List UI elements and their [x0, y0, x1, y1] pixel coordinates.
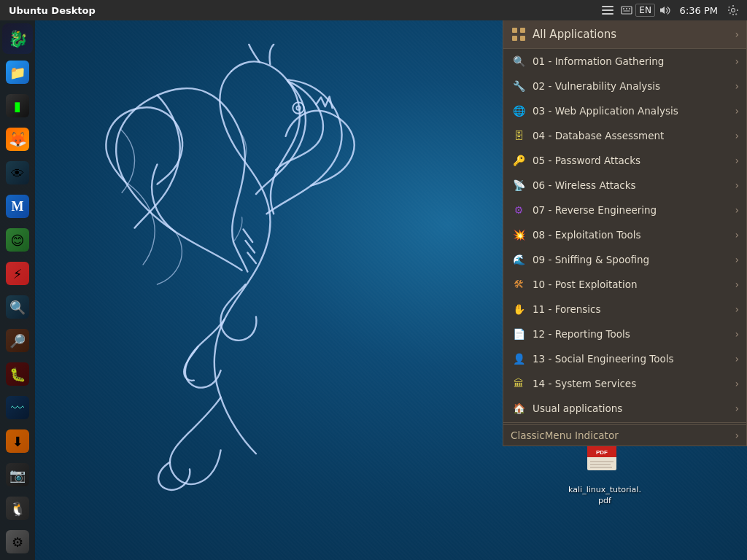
password-icon: 🔑: [511, 152, 527, 168]
all-apps-icon: [511, 26, 527, 42]
topbar-right: EN 6:36 PM: [600, 2, 747, 18]
svg-rect-18: [520, 28, 525, 33]
sidebar-item-camera[interactable]: 📷: [2, 459, 33, 490]
post-exploit-label: 10 - Post Exploitation: [533, 279, 732, 290]
menu-item-exploitation[interactable]: 💥 08 - Exploitation Tools ›: [503, 222, 746, 247]
svg-rect-19: [512, 36, 517, 41]
reverse-eng-icon: ⚙: [511, 202, 527, 218]
topbar-title: Ubuntu Desktop: [0, 5, 600, 16]
sidebar-item-firefox[interactable]: 🦊: [2, 124, 33, 155]
web-app-icon: 🌐: [511, 103, 527, 119]
exploitation-label: 08 - Exploitation Tools: [533, 229, 732, 241]
svg-rect-1: [602, 9, 614, 11]
sys-services-icon: 🏛: [511, 376, 527, 392]
all-apps-arrow: ›: [735, 28, 739, 40]
forensics-label: 11 - Forensics: [533, 303, 732, 315]
database-arrow: ›: [735, 130, 739, 141]
sidebar: 🐉 📁 ▮ 🦊 👁 M 😊 ⚡ 🔍: [0, 20, 35, 560]
classic-menu-footer[interactable]: ClassicMenu Indicator ›: [503, 424, 746, 446]
svg-text:PDF: PDF: [596, 449, 608, 456]
menu-item-info-gathering[interactable]: 🔍 01 - Information Gathering ›: [503, 49, 746, 74]
svg-rect-20: [520, 36, 525, 41]
social-eng-label: 13 - Social Engineering Tools: [533, 353, 732, 365]
dragon-logo: [58, 44, 511, 540]
all-applications-item[interactable]: All Applications ›: [503, 20, 746, 49]
menu-item-sniffing[interactable]: 🌊 09 - Sniffing & Spoofing ›: [503, 247, 746, 272]
database-icon: 🗄: [511, 128, 527, 144]
footer-arrow: ›: [735, 429, 739, 441]
menu-item-post-exploit[interactable]: 🛠 10 - Post Exploitation ›: [503, 272, 746, 297]
sniffing-icon: 🌊: [511, 252, 527, 268]
sidebar-item-files[interactable]: 📁: [2, 57, 33, 88]
exploitation-icon: 💥: [511, 227, 527, 243]
sidebar-item-mail[interactable]: M: [2, 191, 33, 222]
wireless-label: 06 - Wireless Attacks: [533, 179, 732, 191]
reverse-eng-label: 07 - Reverse Engineering: [533, 204, 732, 216]
footer-label: ClassicMenu Indicator: [511, 429, 732, 441]
sidebar-item-kali[interactable]: 🐉: [2, 23, 33, 54]
menu-separator: [503, 422, 746, 423]
info-gathering-icon: 🔍: [511, 53, 527, 69]
usual-apps-arrow: ›: [735, 402, 739, 414]
web-app-arrow: ›: [735, 105, 739, 117]
menu-item-forensics[interactable]: ✋ 11 - Forensics ›: [503, 297, 746, 322]
menu-item-reporting[interactable]: 📄 12 - Reporting Tools ›: [503, 322, 746, 346]
social-eng-icon: 👤: [511, 351, 527, 367]
sidebar-item-person[interactable]: 😊: [2, 225, 33, 255]
menu-item-vuln-analysis[interactable]: 🔧 02 - Vulnerability Analysis ›: [503, 74, 746, 98]
sidebar-item-settings[interactable]: ⚙: [2, 526, 33, 557]
sidebar-item-penguin[interactable]: 🐧: [2, 493, 33, 524]
reporting-label: 12 - Reporting Tools: [533, 328, 732, 340]
sidebar-item-zap[interactable]: ⚡: [2, 258, 33, 289]
svg-rect-2: [602, 13, 614, 15]
wireless-icon: 📡: [511, 177, 527, 193]
post-exploit-icon: 🛠: [511, 276, 527, 292]
svg-point-8: [293, 102, 303, 113]
sniffing-arrow: ›: [735, 254, 739, 265]
keyboard-icon[interactable]: [619, 2, 635, 18]
menu-item-sys-services[interactable]: 🏛 14 - System Services ›: [503, 371, 746, 396]
sys-services-arrow: ›: [735, 378, 739, 389]
sys-services-label: 14 - System Services: [533, 378, 732, 389]
settings-topbar-icon[interactable]: [725, 2, 741, 18]
svg-rect-0: [602, 6, 614, 7]
menu-item-database[interactable]: 🗄 04 - Database Assessment ›: [503, 123, 746, 148]
sidebar-item-wave[interactable]: 〰: [2, 392, 33, 423]
menu-item-usual-apps[interactable]: 🏠 Usual applications ›: [503, 396, 746, 421]
sidebar-item-search[interactable]: 🔍: [2, 292, 33, 322]
sniffing-label: 09 - Sniffing & Spoofing: [533, 254, 732, 265]
menu-item-social-eng[interactable]: 👤 13 - Social Engineering Tools ›: [503, 346, 746, 371]
reporting-icon: 📄: [511, 326, 527, 342]
post-exploit-arrow: ›: [735, 279, 739, 290]
database-label: 04 - Database Assessment: [533, 130, 732, 141]
menu-item-web-app[interactable]: 🌐 03 - Web Application Analysis ›: [503, 98, 746, 123]
reporting-arrow: ›: [735, 328, 739, 340]
file-name: kali_linux_tutorial. pdf: [568, 485, 641, 506]
vuln-analysis-label: 02 - Vulnerability Analysis: [533, 80, 732, 92]
topbar: Ubuntu Desktop EN: [0, 0, 747, 20]
volume-icon[interactable]: [657, 2, 673, 18]
lang-indicator[interactable]: EN: [638, 2, 654, 18]
info-gathering-label: 01 - Information Gathering: [533, 55, 732, 67]
sidebar-item-bug[interactable]: 🐛: [2, 359, 33, 389]
sidebar-item-search-plus[interactable]: 🔎: [2, 325, 33, 356]
info-gathering-arrow: ›: [735, 55, 739, 67]
menu-item-password[interactable]: 🔑 05 - Password Attacks ›: [503, 148, 746, 173]
usual-apps-label: Usual applications: [533, 402, 732, 414]
sidebar-item-download[interactable]: ⬇: [2, 426, 33, 456]
menu-icon[interactable]: [600, 2, 616, 18]
sidebar-item-eye[interactable]: 👁: [2, 158, 33, 188]
reverse-eng-arrow: ›: [735, 204, 739, 216]
menu-item-wireless[interactable]: 📡 06 - Wireless Attacks ›: [503, 173, 746, 198]
forensics-arrow: ›: [735, 303, 739, 315]
all-apps-label: All Applications: [533, 28, 732, 41]
svg-rect-17: [512, 28, 517, 33]
forensics-icon: ✋: [511, 301, 527, 317]
vuln-analysis-arrow: ›: [735, 80, 739, 92]
menu-item-reverse-eng[interactable]: ⚙ 07 - Reverse Engineering ›: [503, 198, 746, 222]
web-app-label: 03 - Web Application Analysis: [533, 105, 732, 117]
sidebar-item-terminal[interactable]: ▮: [2, 90, 33, 121]
svg-point-9: [296, 106, 301, 110]
usual-apps-icon: 🏠: [511, 400, 527, 416]
applications-dropdown: All Applications › 🔍 01 - Information Ga…: [503, 20, 747, 446]
